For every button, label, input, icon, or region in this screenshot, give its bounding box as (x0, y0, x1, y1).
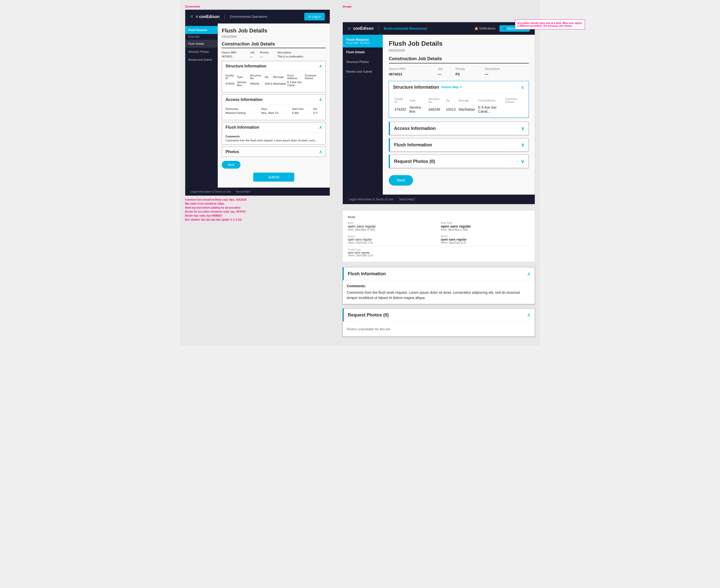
type-small-name: open sans regular (348, 251, 530, 254)
cell-priority: — (260, 55, 277, 59)
type-small-meta: .6rem; 12px/18px (1.5) (348, 254, 530, 257)
access-info-body: Restriction Days Start time Em M (222, 104, 325, 120)
sidebar-item-review-submit[interactable]: Review and Submit (185, 56, 218, 64)
type-section-title: BASE (348, 215, 530, 218)
table-row: 476352 Service Box 446246 10013 Manhatta… (225, 80, 322, 87)
flush-info-expanded-chevron: ∧ (527, 271, 531, 277)
comments-text: Comments from the flush work request. Lo… (225, 139, 322, 142)
header-divider (224, 14, 225, 19)
type-body2-bold-name: open sans regular (441, 238, 530, 241)
sidebar-item-flush-details[interactable]: Flush Details (185, 40, 218, 48)
design-photos-header[interactable]: Request Photos (0) → ∨ (389, 155, 528, 168)
type-body2-bold: Body2 open sans regular .8rem; 14px/21px… (441, 235, 530, 244)
structure-accordion-title: Structure Information (225, 64, 266, 68)
photos-title: Photos (225, 150, 239, 154)
type-body-meta: 1rem; 18px/28px (1.555) (348, 228, 437, 231)
visions-map-link[interactable]: Visions Map ↗ (441, 85, 462, 89)
page-date: 03/23/2020 (222, 35, 326, 39)
sidebar-item-structure-photos[interactable]: Structure Photos (185, 48, 218, 56)
cell-borough: Manhattan (273, 80, 287, 87)
col-start-time: Start time (292, 107, 314, 111)
design-next-button[interactable]: Next (389, 175, 413, 186)
flush-info-header[interactable]: Flush Information ∧ (222, 122, 325, 132)
access-info-header[interactable]: Access Information ∧ (222, 95, 325, 104)
notifications-button[interactable]: 🔔 Notifications (475, 27, 496, 30)
cell-end: 6 P (313, 111, 322, 115)
flush-comments-label: Comments: (347, 284, 531, 288)
photos-accordion: Photos ∧ (222, 147, 326, 157)
design-page-title: Flush Job Details (389, 40, 529, 47)
col-end: Em (313, 107, 322, 111)
photos-expanded-title: Request Photos (0) (348, 313, 389, 318)
flush-info-body: Comments Comments from the flush work re… (222, 132, 325, 144)
next-button[interactable]: Next (222, 161, 240, 169)
screenshot-main: Flush Job Details 03/23/2020 Constructio… (218, 23, 330, 188)
flush-info-expanded-header[interactable]: Flush Information ∧ (343, 267, 535, 280)
structure-box-header[interactable]: Structure Information Visions Map ↗ ∧ (389, 81, 528, 93)
photos-header[interactable]: Photos ∧ (222, 147, 325, 156)
sidebar-item-review-submit-design[interactable]: Review and Submit (343, 67, 383, 77)
structure-accordion: Structure Information ∧ Facility ID Type (222, 61, 326, 92)
type-body2-name: open sans regular (348, 238, 437, 241)
design-logo-text: conEdison (353, 26, 374, 31)
screenshot-footer: Legal Information & Terms of Use Need He… (185, 188, 330, 195)
design-photos-chevron: ∨ (521, 159, 524, 164)
design-access-header[interactable]: Access Information ∨ (389, 122, 528, 135)
header-logo-group: ≡ ≡ conEdison Environmental Operations (190, 14, 267, 20)
col-address: Front Address (477, 97, 504, 104)
design-footer: Legal Information & Terms of Use Need He… (343, 194, 535, 204)
type-body-bold: Body Bold open sans regular 1rem; 18px/2… (441, 222, 530, 231)
type-body2-meta: .8rem; 14px/21px (1.5) (348, 241, 437, 244)
structure-chevron-up: ∧ (521, 84, 524, 90)
access-chevron: ∧ (319, 97, 322, 102)
submit-button[interactable]: Submit (253, 173, 294, 182)
design-col-job: Job (438, 66, 456, 71)
flush-info-expanded-section: Flush Information ∧ Comments: Comments f… (342, 267, 535, 304)
table-row: 4674021 — P2 — (389, 71, 529, 77)
structure-accordion-header[interactable]: Structure Information ∧ (222, 61, 325, 71)
type-body-bold-label: Body Bold (441, 222, 530, 224)
structure-title-text: Structure Information (393, 85, 439, 90)
photos-unavailable-text: Photos unavailable for this job. (347, 325, 531, 333)
design-footer-help: Need Help? (399, 197, 415, 201)
cell-wr: 4674021 (222, 55, 250, 59)
structure-accordion-body: Facility ID Type Structure No. Zip Borou… (222, 71, 325, 92)
screenshot-sidebar: Flush Request Flush WR: Flush Details St… (185, 23, 218, 188)
type-body2-bold-label: Body2 (441, 235, 530, 238)
cell-facility-id: 476352 (393, 104, 408, 114)
cell-zip: 10013 (264, 80, 273, 87)
col-address: Front Address (287, 74, 305, 80)
cell-type: Service Box (237, 80, 250, 87)
sidebar-item-structure-photos-design[interactable]: Structure Photos (343, 57, 383, 67)
photos-expanded-header[interactable]: Request Photos (0) ∧ (343, 309, 535, 321)
type-body: Body open sans regular 1rem; 18px/28px (… (348, 222, 437, 231)
annotation-accordion-note: Accordion should open one at a time. Who… (515, 20, 585, 29)
cell-job: — (250, 55, 260, 59)
login-button[interactable]: ⊙ Log in (304, 13, 325, 20)
screenshot-header: ≡ ≡ conEdison Environmental Operations ⊙… (185, 10, 330, 23)
design-flush-title: Flush Information (394, 142, 432, 148)
annotation-min-width: Min width of bin should be 135px (185, 202, 330, 206)
flush-info-expanded-body: Comments: Comments from the flush work r… (343, 280, 535, 304)
sidebar-item-flush-details[interactable]: Flush Details (343, 47, 383, 57)
design-sidebar-header: Flush Request Flush WR: 4674021 (343, 35, 383, 47)
structure-chevron: ∧ (319, 64, 322, 68)
cell-type: Service Box (408, 104, 427, 114)
app-subtitle: Environmental Operations (230, 15, 267, 19)
sidebar-item-flush-wr: Flush WR: (185, 34, 218, 40)
design-flush-header[interactable]: Flush Information ∨ (389, 139, 528, 151)
sidebar-item-flush-request[interactable]: Flush Request (185, 26, 218, 34)
table-row: 4674021 — — This is a continuation (222, 55, 326, 59)
col-priority: Priority (260, 51, 277, 55)
structure-table: Facility ID Type Structure No. Zip Borou… (225, 74, 322, 87)
design-cell-job: — (438, 71, 456, 77)
design-cell-description: — (485, 71, 529, 77)
design-app-title: Environmental Resources (384, 26, 427, 30)
structure-box-body: Facility ID Type Structure No. Zip Borou… (389, 93, 528, 118)
design-sidebar: Flush Request Flush WR: 4674021 Flush De… (343, 35, 383, 194)
sidebar-flush-wr: Flush WR: 4674021 (346, 41, 379, 44)
screenshot-body: Flush Request Flush WR: Flush Details St… (185, 23, 330, 188)
logo-icon: ≡ (190, 14, 193, 20)
table-row: Metered Parking Mon, Wed, Fri 6 AM 6 P (225, 111, 322, 115)
design-page-date: 03/23/2020 (389, 48, 529, 52)
